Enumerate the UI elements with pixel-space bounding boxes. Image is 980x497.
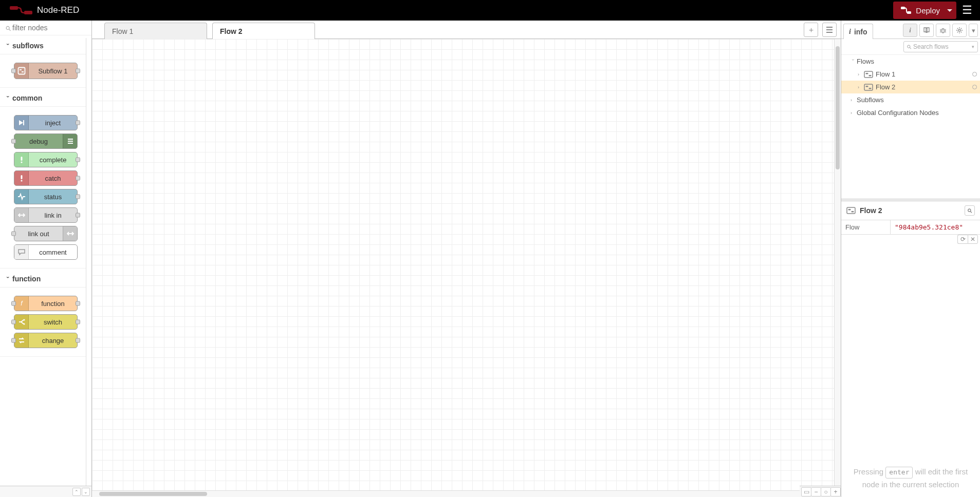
- palette-footer: ⌃ ⌄: [0, 486, 91, 497]
- sidebar-search[interactable]: ⚲ Search flows ▾: [903, 41, 978, 52]
- palette-node-linkin[interactable]: link in: [14, 207, 78, 223]
- svg-rect-22: [866, 73, 868, 74]
- canvas-h-scrollbar[interactable]: [92, 490, 834, 497]
- node-port-out: [76, 301, 80, 306]
- palette-category-subflows[interactable]: ›subflows: [0, 37, 91, 54]
- sidebar-tab-label: info: [854, 28, 867, 36]
- enter-key: enter: [885, 467, 913, 479]
- svg-rect-7: [23, 120, 24, 125]
- svg-rect-5: [20, 69, 22, 70]
- palette-node-debug[interactable]: debug: [14, 133, 78, 149]
- svg-rect-4: [18, 68, 25, 74]
- book-icon: [923, 27, 930, 33]
- change-icon: [14, 333, 29, 348]
- sidebar-help-button[interactable]: [919, 24, 934, 37]
- sidebar-debug-button[interactable]: [936, 24, 950, 37]
- sidebar-search-placeholder: Search flows: [913, 43, 949, 50]
- sidebar-more-button[interactable]: ▾: [969, 24, 978, 37]
- tree-flows[interactable]: ›Flows: [841, 55, 980, 68]
- chevron-down-icon: ▾: [972, 44, 974, 49]
- chevron-icon: ›: [850, 110, 856, 116]
- tree-global-config[interactable]: ›Global Configuration Nodes: [841, 106, 980, 119]
- sidebar-info-button[interactable]: i: [903, 24, 917, 37]
- svg-rect-29: [852, 211, 854, 213]
- palette-filter-input[interactable]: [4, 23, 87, 32]
- palette-node-complete[interactable]: complete: [14, 152, 78, 167]
- palette-node-inject[interactable]: inject: [14, 115, 78, 130]
- navigator-button[interactable]: ▭: [801, 487, 811, 496]
- svg-rect-27: [847, 207, 855, 214]
- node-port-out: [76, 176, 80, 181]
- node-port-out: [76, 121, 80, 125]
- tree-flow-f1[interactable]: ›Flow 1: [841, 68, 980, 81]
- prop-val-flow-id: "984ab9e5.321ce8": [891, 220, 980, 234]
- palette-node-status[interactable]: status: [14, 189, 78, 204]
- palette-node-label: function: [29, 300, 77, 308]
- palette-node-label: status: [29, 193, 77, 201]
- flow-icon: [846, 207, 856, 214]
- workspace-tab-flow2[interactable]: Flow 2: [212, 23, 315, 39]
- palette-node-function[interactable]: ffunction: [14, 296, 78, 311]
- zoom-reset-button[interactable]: ○: [821, 487, 831, 496]
- palette-node-label: debug: [14, 138, 63, 145]
- svg-rect-2: [901, 7, 905, 9]
- search-icon: ⚲: [966, 207, 974, 215]
- flow-icon: [864, 71, 873, 78]
- bug-icon: [939, 27, 947, 33]
- palette-collapse-all-button[interactable]: ⌃: [72, 488, 81, 496]
- svg-rect-0: [10, 6, 18, 10]
- deploy-icon: [900, 6, 912, 15]
- workspace-tabbar: Flow 1Flow 2 ＋: [92, 21, 841, 39]
- chevron-down-icon: ›: [5, 43, 11, 48]
- svg-point-16: [23, 319, 25, 321]
- debug-icon: [63, 134, 77, 148]
- sidebar-tab-info[interactable]: i info: [843, 24, 873, 39]
- flow-canvas-area: Flow 1Flow 2 ＋ ▭ − ○ +: [92, 21, 841, 497]
- canvas-v-scrollbar[interactable]: [834, 39, 841, 490]
- sidebar-config-button[interactable]: [952, 24, 967, 37]
- palette-node-switch[interactable]: switch: [14, 314, 78, 330]
- zoom-out-button[interactable]: −: [811, 487, 821, 496]
- node-port-in: [11, 301, 16, 306]
- sidebar-tabbar: i info i ▾: [841, 21, 980, 39]
- add-flow-button[interactable]: ＋: [804, 23, 818, 37]
- palette-node-label: complete: [29, 156, 77, 164]
- palette-node-catch[interactable]: catch: [14, 170, 78, 186]
- sidebar-selection-header: Flow 2 ⚲: [841, 201, 980, 220]
- comment-icon: [14, 245, 29, 259]
- gear-icon: [956, 27, 963, 34]
- svg-rect-11: [21, 157, 22, 161]
- prop-key-flow: Flow: [841, 220, 891, 234]
- alert-icon: [14, 152, 29, 167]
- palette-search: [0, 21, 91, 35]
- node-port-out: [76, 320, 80, 324]
- menu-button[interactable]: ☰: [959, 4, 975, 17]
- palette-node-subflow1[interactable]: Subflow 1: [14, 63, 78, 79]
- palette-node-label: inject: [29, 119, 77, 127]
- chevron-icon: ›: [850, 98, 856, 103]
- tip-refresh-button[interactable]: ⟳: [957, 235, 968, 244]
- tip-close-button[interactable]: ✕: [968, 235, 978, 244]
- palette-expand-all-button[interactable]: ⌄: [82, 488, 90, 496]
- node-port-out: [76, 338, 80, 343]
- palette-category-common[interactable]: ›common: [0, 90, 91, 107]
- palette-node-linkout[interactable]: link out: [14, 226, 78, 241]
- svg-rect-3: [907, 11, 911, 14]
- deploy-button[interactable]: Deploy: [893, 2, 956, 19]
- deploy-caret-icon[interactable]: [947, 9, 952, 12]
- list-flows-button[interactable]: [822, 23, 837, 37]
- palette-node-change[interactable]: change: [14, 333, 78, 348]
- status-dot: [972, 85, 977, 89]
- svg-point-12: [21, 161, 22, 163]
- tree-flow-f2[interactable]: ›Flow 2: [841, 81, 980, 93]
- palette-node-comment[interactable]: comment: [14, 244, 78, 260]
- workspace-tab-flow1[interactable]: Flow 1: [104, 23, 207, 39]
- tree-subflows[interactable]: ›Subflows: [841, 93, 980, 106]
- zoom-in-button[interactable]: +: [830, 487, 841, 496]
- flow-icon: [864, 84, 873, 91]
- palette-category-function[interactable]: ›function: [0, 271, 91, 288]
- flow-canvas[interactable]: [92, 39, 841, 497]
- sidebar-properties: Flow "984ab9e5.321ce8": [841, 220, 980, 235]
- chevron-icon: ›: [858, 72, 863, 77]
- selection-search-button[interactable]: ⚲: [965, 205, 975, 216]
